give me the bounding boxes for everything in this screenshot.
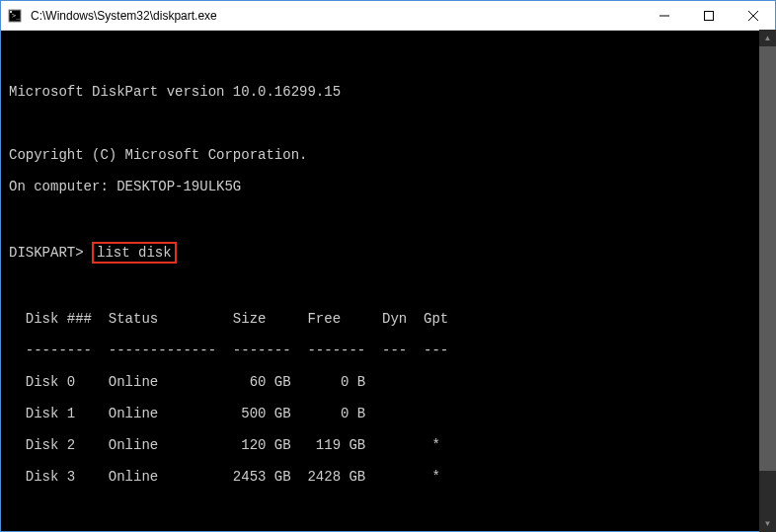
terminal-output[interactable]: Microsoft DiskPart version 10.0.16299.15… <box>1 31 775 531</box>
close-button[interactable] <box>731 1 775 30</box>
minimize-button[interactable] <box>642 1 686 30</box>
window-controls <box>642 1 775 30</box>
app-window: >_ C:\Windows\System32\diskpart.exe Micr… <box>0 0 776 532</box>
scrollbar[interactable]: ▲ ▼ <box>759 30 776 532</box>
scroll-up-arrow-icon[interactable]: ▲ <box>759 30 776 46</box>
maximize-icon <box>704 11 714 21</box>
table-row: Disk 2 Online 120 GB 119 GB * <box>9 437 775 453</box>
table-row: Disk 1 Online 500 GB 0 B <box>9 406 775 421</box>
svg-text:>_: >_ <box>12 12 21 20</box>
copyright-line: Copyright (C) Microsoft Corporation. <box>9 147 775 163</box>
titlebar[interactable]: >_ C:\Windows\System32\diskpart.exe <box>1 1 775 31</box>
computer-line: On computer: DESKTOP-19ULK5G <box>9 179 775 194</box>
version-line: Microsoft DiskPart version 10.0.16299.15 <box>9 84 775 100</box>
command-list-disk: list disk <box>92 242 177 264</box>
close-icon <box>748 11 758 21</box>
table-row: Disk 0 Online 60 GB 0 B <box>9 374 775 390</box>
table-header: Disk ### Status Size Free Dyn Gpt <box>9 311 775 327</box>
window-title: C:\Windows\System32\diskpart.exe <box>29 9 642 23</box>
table-row: Disk 3 Online 2453 GB 2428 GB * <box>9 469 775 485</box>
prompt-line: DISKPART> list disk <box>9 242 775 264</box>
maximize-button[interactable] <box>686 1 731 30</box>
scrollbar-thumb[interactable] <box>759 46 776 471</box>
scroll-down-arrow-icon[interactable]: ▼ <box>759 515 776 532</box>
svg-rect-4 <box>704 11 713 20</box>
table-divider: -------- ------------- ------- ------- -… <box>9 342 775 358</box>
app-icon: >_ <box>1 9 29 23</box>
minimize-icon <box>660 11 669 21</box>
